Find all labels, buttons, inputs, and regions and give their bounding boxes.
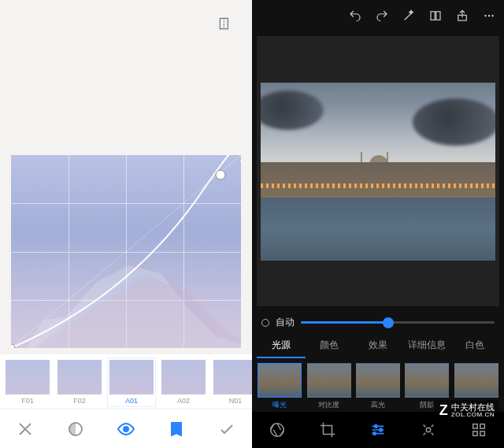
svg-point-5 [124,427,128,431]
tab-effects[interactable]: 效果 [354,334,402,358]
right-preview-image[interactable] [261,83,495,261]
tab-color[interactable]: 颜色 [306,334,354,358]
close-icon[interactable] [16,420,35,439]
tab-light[interactable]: 光源 [257,334,306,358]
preset-thumb [6,360,50,394]
heal-icon[interactable] [420,421,437,439]
more-icon[interactable] [482,9,496,23]
tab-detail[interactable]: 详细信息 [402,334,451,358]
adjustment-tabs: 光源 颜色 效果 详细信息 白色 [252,334,504,358]
preset-a02[interactable]: A02 [159,357,208,407]
preset-label: 高光 [371,400,385,410]
preset-label: F01 [21,397,34,405]
svg-rect-17 [473,424,478,429]
preset-thumb [57,360,102,394]
svg-point-11 [491,15,493,17]
preset-a01[interactable]: A01 [107,357,156,407]
compare-icon[interactable] [428,9,443,23]
svg-point-2 [11,344,15,348]
svg-rect-20 [480,431,485,436]
left-preview-image[interactable] [11,155,241,348]
reset-dot-icon[interactable] [261,319,269,327]
preset-label: F02 [73,397,86,405]
aperture-icon[interactable] [269,421,286,439]
svg-point-9 [484,15,486,17]
check-icon[interactable] [217,420,236,439]
exposure-slider[interactable] [301,321,495,324]
undo-icon[interactable] [348,9,362,23]
watermark-logo: Z [439,402,448,419]
svg-point-10 [488,15,490,17]
preset-label: 对比度 [318,400,339,410]
svg-rect-19 [473,431,478,436]
preset-thumb [405,363,449,398]
preset-label: 曝光 [272,400,287,410]
notebook-icon[interactable] [167,420,186,439]
eye-icon[interactable] [117,420,135,439]
svg-point-13 [374,425,377,428]
svg-rect-18 [480,424,485,429]
slider-label: 自动 [276,316,295,329]
tone-curve[interactable] [11,155,241,348]
preset-thumb [213,360,252,394]
watermark-url: ZOL.COM.CN [451,412,495,418]
preset-thumb [356,363,400,398]
preset-f01[interactable]: F01 [3,357,52,407]
preset-label: A01 [125,397,138,405]
wand-icon[interactable] [402,9,416,23]
preset-thumb [109,360,154,394]
svg-point-15 [373,432,376,435]
tab-white[interactable]: 白色 [450,334,499,358]
sliders-icon[interactable] [369,421,387,439]
preset-label: N01 [229,397,243,405]
svg-rect-6 [431,12,435,20]
svg-rect-7 [436,12,440,20]
left-bottom-toolbar [0,409,252,448]
svg-point-14 [380,428,383,431]
svg-point-3 [216,170,225,180]
preset-thumb [258,363,302,398]
preset-thumb [307,363,351,398]
vignette-icon[interactable] [66,420,85,439]
share-icon[interactable] [455,9,469,23]
exposure-slider-row: 自动 [252,311,504,334]
right-canvas [257,36,499,306]
preset-thumb [161,360,206,394]
preset-label: A02 [177,397,190,405]
left-preset-strip: F01 F02 A01 A02 N01 [0,354,252,409]
left-editor-panel: F01 F02 A01 A02 N01 [0,0,252,448]
rpreset-exposure[interactable]: 曝光 [257,363,302,410]
svg-point-16 [426,428,431,432]
left-canvas [0,47,252,354]
preset-f02[interactable]: F02 [55,357,104,407]
rpreset-contrast[interactable]: 对比度 [306,363,351,410]
watermark: Z 中关村在线 ZOL.COM.CN [435,400,499,421]
preset-label: 阴影 [420,400,434,410]
crop-icon[interactable] [319,421,336,439]
rpreset-highlight[interactable]: 高光 [355,363,401,410]
preset-thumb [454,363,498,398]
presets-icon[interactable] [470,421,487,439]
preset-n01[interactable]: N01 [211,357,252,407]
crop-compare-icon[interactable] [217,16,233,31]
redo-icon[interactable] [375,9,389,23]
right-top-toolbar [252,0,504,31]
right-editor-panel: 自动 光源 颜色 效果 详细信息 白色 曝光 对比度 高光 [252,0,504,448]
